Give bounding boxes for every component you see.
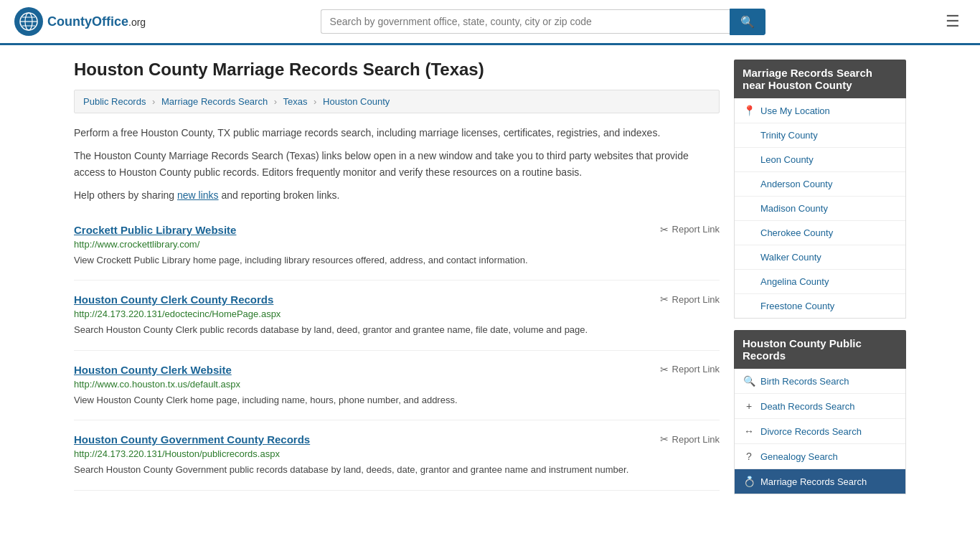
public-records-body: 🔍Birth Records Search+Death Records Sear… (734, 369, 906, 494)
county-name: Cherokee County (760, 227, 833, 238)
breadcrumb-public-records[interactable]: Public Records (83, 96, 146, 107)
nearby-county-link[interactable]: Leon County (735, 148, 905, 172)
description-3: Help others by sharing new links and rep… (74, 187, 720, 203)
record-type-icon: + (743, 400, 755, 412)
report-link[interactable]: ✂ Report Link (660, 364, 720, 375)
report-link[interactable]: ✂ Report Link (660, 293, 720, 305)
county-name: Trinity County (760, 130, 818, 141)
county-name: Walker County (760, 252, 821, 263)
record-url[interactable]: http://www.co.houston.tx.us/default.aspx (74, 379, 720, 390)
public-records-link[interactable]: ?Genealogy Search (735, 444, 905, 469)
report-link[interactable]: ✂ Report Link (660, 433, 720, 445)
description-1: Perform a free Houston County, TX public… (74, 125, 720, 141)
record-title[interactable]: Crockett Public Library Website (74, 224, 236, 236)
record-type-label: Birth Records Search (760, 376, 849, 387)
record-header: Houston County Government County Records… (74, 433, 720, 446)
record-item: Crockett Public Library Website ✂ Report… (74, 211, 720, 281)
county-name: Leon County (760, 154, 814, 165)
logo-text: CountyOffice.org (47, 14, 146, 29)
public-records-link[interactable]: 💍Marriage Records Search (735, 469, 905, 494)
record-title[interactable]: Houston County Clerk Website (74, 364, 232, 376)
records-list: Crockett Public Library Website ✂ Report… (74, 211, 720, 491)
page-title: Houston County Marriage Records Search (… (74, 60, 720, 80)
record-type-label: Marriage Records Search (760, 476, 867, 487)
breadcrumb: Public Records › Marriage Records Search… (74, 90, 720, 113)
county-name: Anderson County (760, 179, 832, 189)
record-title[interactable]: Houston County Government County Records (74, 433, 310, 446)
logo[interactable]: CountyOffice.org (14, 7, 146, 36)
use-my-location-link[interactable]: 📍 Use My Location (735, 98, 905, 123)
county-name: Angelina County (760, 276, 829, 287)
record-type-label: Divorce Records Search (760, 426, 862, 437)
search-button[interactable]: 🔍 (730, 9, 765, 35)
nearby-county-link[interactable]: Cherokee County (735, 221, 905, 245)
breadcrumb-houston-county[interactable]: Houston County (323, 96, 390, 107)
record-item: Houston County Clerk County Records ✂ Re… (74, 281, 720, 351)
public-records-link[interactable]: 🔍Birth Records Search (735, 369, 905, 394)
record-type-icon: ? (743, 451, 755, 462)
record-type-label: Genealogy Search (760, 451, 838, 462)
public-records-link[interactable]: ↔Divorce Records Search (735, 419, 905, 444)
report-icon: ✂ (660, 224, 669, 235)
record-title[interactable]: Houston County Clerk County Records (74, 293, 273, 306)
record-header: Crockett Public Library Website ✂ Report… (74, 224, 720, 236)
report-icon: ✂ (660, 433, 669, 445)
nearby-county-link[interactable]: Trinity County (735, 123, 905, 148)
record-description: View Houston County Clerk home page, inc… (74, 393, 720, 408)
public-records-section: Houston County Public Records 🔍Birth Rec… (734, 330, 906, 494)
nearby-county-link[interactable]: Anderson County (735, 172, 905, 197)
record-description: View Crockett Public Library home page, … (74, 253, 720, 268)
record-url[interactable]: http://24.173.220.131/edoctecinc/HomePag… (74, 309, 720, 319)
record-url[interactable]: http://24.173.220.131/Houston/publicreco… (74, 448, 720, 459)
content-area: Houston County Marriage Records Search (… (74, 60, 720, 506)
sidebar: Marriage Records Search near Houston Cou… (734, 60, 906, 506)
new-links-link[interactable]: new links (177, 189, 219, 201)
search-input[interactable] (321, 9, 730, 34)
search-bar: 🔍 (321, 9, 765, 35)
main-container: Houston County Marriage Records Search (… (60, 45, 920, 520)
public-records-link[interactable]: +Death Records Search (735, 394, 905, 419)
report-link[interactable]: ✂ Report Link (660, 224, 720, 235)
public-records-list: 🔍Birth Records Search+Death Records Sear… (735, 369, 905, 494)
county-name: Freestone County (760, 301, 834, 311)
record-header: Houston County Clerk Website ✂ Report Li… (74, 364, 720, 376)
record-item: Houston County Government County Records… (74, 420, 720, 491)
record-type-label: Death Records Search (760, 401, 855, 412)
nearby-county-link[interactable]: Angelina County (735, 270, 905, 294)
location-icon: 📍 (743, 105, 755, 116)
nearby-counties-list: Trinity CountyLeon CountyAnderson County… (735, 123, 905, 318)
report-icon: ✂ (660, 364, 669, 375)
nearby-counties-header: Marriage Records Search near Houston Cou… (734, 60, 906, 98)
nearby-county-link[interactable]: Freestone County (735, 294, 905, 318)
nearby-county-link[interactable]: Madison County (735, 197, 905, 221)
report-icon: ✂ (660, 293, 669, 305)
record-type-icon: 💍 (743, 476, 755, 487)
record-type-icon: 🔍 (743, 375, 755, 387)
logo-icon (14, 7, 43, 36)
record-description: Search Houston County Government public … (74, 463, 720, 477)
record-type-icon: ↔ (743, 425, 755, 437)
site-header: CountyOffice.org 🔍 ☰ (0, 0, 980, 45)
county-name: Madison County (760, 203, 828, 214)
nearby-counties-section: Marriage Records Search near Houston Cou… (734, 60, 906, 319)
breadcrumb-texas[interactable]: Texas (283, 96, 308, 107)
record-description: Search Houston County Clerk public recor… (74, 323, 720, 337)
record-url[interactable]: http://www.crockettlibrary.com/ (74, 239, 720, 250)
breadcrumb-marriage-records-search[interactable]: Marriage Records Search (161, 96, 268, 107)
hamburger-menu-button[interactable]: ☰ (940, 9, 966, 34)
nearby-counties-body: 📍 Use My Location Trinity CountyLeon Cou… (734, 98, 906, 319)
record-header: Houston County Clerk County Records ✂ Re… (74, 293, 720, 306)
record-item: Houston County Clerk Website ✂ Report Li… (74, 351, 720, 421)
description-2: The Houston County Marriage Records Sear… (74, 148, 720, 180)
nearby-county-link[interactable]: Walker County (735, 245, 905, 270)
public-records-header: Houston County Public Records (734, 330, 906, 369)
